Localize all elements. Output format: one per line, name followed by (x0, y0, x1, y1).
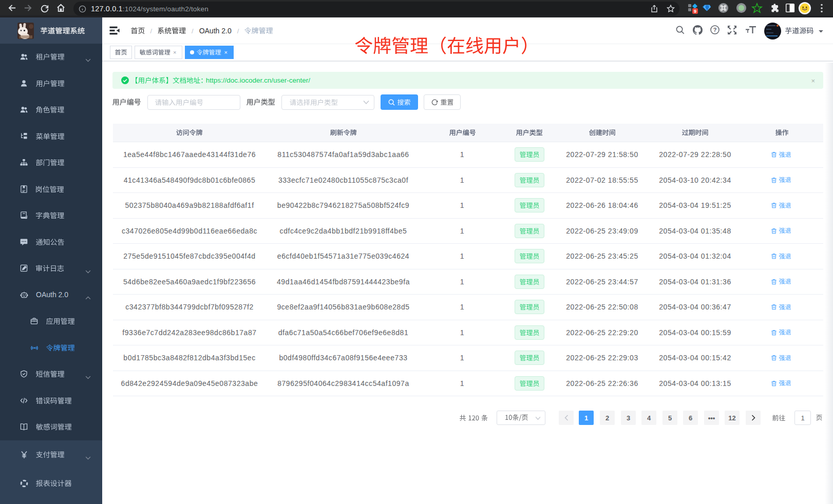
svg-text:9: 9 (694, 9, 696, 14)
svg-text:?: ? (713, 27, 717, 33)
